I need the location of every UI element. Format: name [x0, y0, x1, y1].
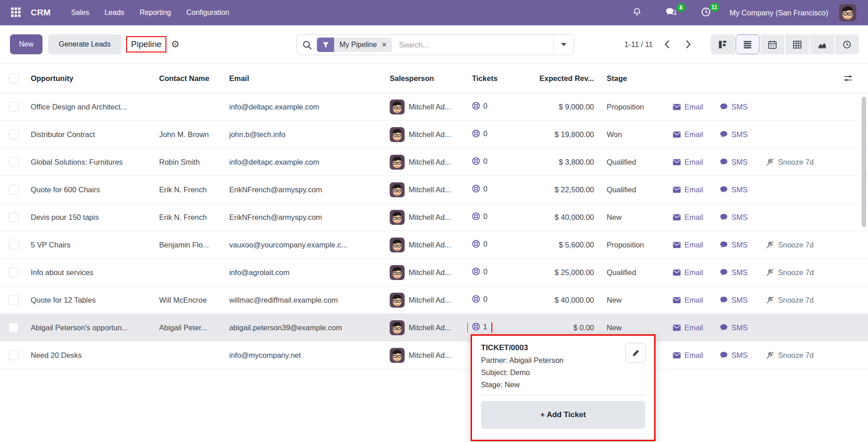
view-pivot-button[interactable] — [785, 34, 809, 54]
table-row[interactable]: Office Design and Architect... info@delt… — [0, 93, 868, 121]
messages-button[interactable]: 8 — [663, 7, 679, 19]
opportunity-cell[interactable]: Office Design and Architect... — [27, 103, 159, 111]
email-button[interactable]: Email — [673, 296, 720, 304]
notifications-button[interactable] — [630, 7, 644, 19]
snooze-button[interactable]: Snooze 7d — [766, 296, 814, 304]
sms-button[interactable]: SMS — [720, 323, 766, 332]
tickets-cell[interactable]: 0 — [467, 295, 525, 305]
row-checkbox[interactable] — [9, 212, 19, 222]
snooze-button[interactable]: Snooze 7d — [766, 241, 814, 249]
row-checkbox[interactable] — [9, 323, 19, 333]
view-kanban-button[interactable] — [711, 34, 735, 54]
vertical-scrollbar-thumb[interactable] — [862, 97, 866, 227]
gear-icon-button[interactable]: ⚙ — [168, 38, 182, 50]
snooze-button[interactable]: Snooze 7d — [766, 268, 814, 277]
row-checkbox[interactable] — [9, 240, 19, 250]
ticket-reference[interactable]: TICKET/0003 — [481, 343, 645, 352]
menu-leads[interactable]: Leads — [97, 9, 132, 17]
activities-button[interactable]: 11 — [698, 7, 713, 19]
row-checkbox[interactable] — [9, 350, 19, 360]
view-activity-button[interactable] — [835, 34, 859, 54]
sms-button[interactable]: SMS — [720, 158, 766, 166]
column-header-expected-revenue[interactable]: Expected Rev... — [525, 74, 598, 83]
search-bar[interactable]: My Pipeline ✕ Search... — [296, 34, 574, 55]
opportunity-cell[interactable]: Distributor Contract — [27, 130, 159, 139]
menu-configuration[interactable]: Configuration — [179, 9, 237, 17]
row-checkbox[interactable] — [9, 295, 19, 305]
opportunity-cell[interactable]: Need 20 Desks — [27, 351, 159, 360]
opportunity-cell[interactable]: Global Solutions: Furnitures — [27, 158, 159, 166]
remove-filter-button[interactable]: ✕ — [382, 41, 387, 48]
sms-button[interactable]: SMS — [720, 296, 766, 304]
snooze-button[interactable]: Snooze 7d — [766, 158, 814, 166]
email-button[interactable]: Email — [673, 103, 720, 111]
sms-button[interactable]: SMS — [720, 130, 766, 139]
email-button[interactable]: Email — [673, 130, 720, 139]
breadcrumb-pipeline-title[interactable]: Pipeline — [126, 36, 167, 52]
tickets-cell[interactable]: 0 — [467, 129, 525, 140]
opportunity-cell[interactable]: Quote for 12 Tables — [27, 296, 159, 304]
tickets-cell[interactable]: 0 — [467, 185, 525, 195]
table-row[interactable]: Need 20 Desks info@mycompany.net Mitchel… — [0, 342, 868, 369]
tickets-cell[interactable]: 0 — [467, 212, 525, 223]
column-header-tickets[interactable]: Tickets — [467, 74, 525, 83]
menu-sales[interactable]: Sales — [63, 9, 97, 17]
column-settings-button[interactable] — [841, 74, 855, 82]
column-header-salesperson[interactable]: Salesperson — [385, 74, 467, 83]
column-header-stage[interactable]: Stage — [598, 74, 663, 83]
snooze-button[interactable]: Snooze 7d — [766, 351, 814, 360]
table-row[interactable]: Quote for 12 Tables Will McEncroe willma… — [0, 286, 868, 314]
tickets-cell[interactable]: 0 — [467, 157, 525, 167]
sms-button[interactable]: SMS — [720, 268, 766, 277]
view-calendar-button[interactable] — [760, 34, 784, 54]
sms-button[interactable]: SMS — [720, 351, 766, 360]
email-button[interactable]: Email — [673, 213, 720, 222]
email-button[interactable]: Email — [673, 323, 720, 332]
opportunity-cell[interactable]: Abigail Peterson's opportun... — [27, 323, 159, 332]
tickets-cell[interactable]: 0 — [467, 267, 525, 278]
table-row[interactable]: Distributor Contract John M. Brown john.… — [0, 121, 868, 148]
view-graph-button[interactable] — [810, 34, 834, 54]
row-checkbox[interactable] — [9, 102, 19, 112]
column-header-contact-name[interactable]: Contact Name — [159, 74, 229, 83]
generate-leads-button[interactable]: Generate Leads — [48, 34, 122, 54]
add-ticket-button[interactable]: + Add Ticket — [481, 401, 645, 429]
edit-ticket-button[interactable] — [625, 343, 646, 363]
sms-button[interactable]: SMS — [720, 103, 766, 111]
tickets-cell[interactable]: 1 — [467, 323, 525, 333]
email-button[interactable]: Email — [673, 241, 720, 249]
company-switcher[interactable]: My Company (San Francisco) — [727, 8, 831, 18]
opportunity-cell[interactable]: Info about services — [27, 268, 159, 277]
sms-button[interactable]: SMS — [720, 213, 766, 222]
email-button[interactable]: Email — [673, 351, 720, 360]
opportunity-cell[interactable]: Quote for 600 Chairs — [27, 185, 159, 194]
tickets-cell[interactable]: 0 — [467, 240, 525, 250]
search-dropdown-toggle[interactable] — [553, 35, 574, 54]
email-button[interactable]: Email — [673, 158, 720, 166]
select-all-checkbox[interactable] — [9, 73, 19, 83]
opportunity-cell[interactable]: Devis pour 150 tapis — [27, 213, 159, 222]
apps-menu-button[interactable] — [8, 7, 24, 19]
email-button[interactable]: Email — [673, 268, 720, 277]
row-checkbox[interactable] — [9, 129, 19, 139]
view-list-button[interactable] — [736, 34, 760, 54]
email-button[interactable]: Email — [673, 185, 720, 194]
menu-reporting[interactable]: Reporting — [132, 9, 179, 17]
table-row[interactable]: Devis pour 150 tapis Erik N. French Erik… — [0, 204, 868, 231]
pager-next-button[interactable] — [681, 38, 696, 51]
sms-button[interactable]: SMS — [720, 185, 766, 194]
column-header-email[interactable]: Email — [229, 74, 385, 83]
tickets-cell[interactable]: 0 — [467, 102, 525, 112]
table-row[interactable]: Info about services info@agrolait.com Mi… — [0, 259, 868, 286]
row-checkbox[interactable] — [9, 157, 19, 167]
pager-previous-button[interactable] — [659, 38, 675, 51]
app-name[interactable]: CRM — [31, 8, 51, 18]
table-row[interactable]: 5 VP Chairs Benjamin Flo... vauxoo@yourc… — [0, 231, 868, 259]
table-row[interactable]: Abigail Peterson's opportun... Abigail P… — [0, 314, 868, 342]
row-checkbox[interactable] — [9, 185, 19, 195]
column-header-opportunity[interactable]: Opportunity — [27, 74, 159, 83]
user-avatar[interactable] — [839, 4, 856, 21]
opportunity-cell[interactable]: 5 VP Chairs — [27, 241, 159, 249]
table-row[interactable]: Quote for 600 Chairs Erik N. French Erik… — [0, 176, 868, 204]
table-row[interactable]: Global Solutions: Furnitures Robin Smith… — [0, 148, 868, 176]
